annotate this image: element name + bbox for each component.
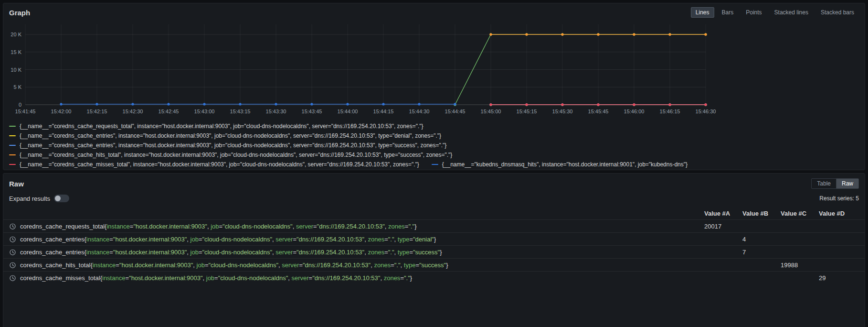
raw-table-row[interactable]: coredns_cache_misses_total{instance="hos… [3,271,865,284]
chart-area: 15:41:4515:42:0015:42:1515:42:3015:42:45… [3,19,865,120]
view-toggle-raw[interactable]: Raw [836,179,858,188]
punctuation: , [187,236,190,243]
series-point [489,33,492,36]
metric-cell: coredns_cache_misses_total{instance="hos… [9,274,704,282]
label-key: server [275,249,293,256]
x-tick-label: 15:42:15 [87,109,107,114]
legend-item[interactable]: {__name__="coredns_cache_misses_total", … [9,160,419,169]
x-tick-label: 15:43:45 [302,109,322,114]
x-tick-label: 15:42:45 [159,109,179,114]
label-value: "host.docker.internal:9003" [133,223,207,230]
raw-panel-title: Raw [9,180,24,188]
punctuation: , [193,262,196,269]
y-tick-label: 0 [19,102,21,108]
legend-item[interactable]: {__name__="coredns_cache_entries", insta… [9,131,441,141]
column-header-value-c: Value #C [781,210,819,217]
x-tick-label: 15:44:30 [409,109,430,114]
label-value: "dns://169.254.20.10:53" [303,262,370,269]
punctuation: } [414,223,416,230]
mode-button-stacked-bars[interactable]: Stacked bars [816,7,859,18]
metric-expression: coredns_cache_requests_total{instance="h… [20,223,417,230]
label-key: instance [106,223,129,230]
punctuation: , [380,274,383,282]
history-icon[interactable] [9,223,16,230]
label-key: instance [86,249,109,256]
raw-table-row[interactable]: coredns_cache_entries{instance="host.doc… [3,232,865,245]
metric-expression: coredns_cache_entries{instance="host.doc… [20,236,436,243]
legend-series-marker [9,145,16,146]
value-cell-b: 4 [742,236,781,243]
raw-table-row[interactable]: coredns_cache_entries{instance="host.doc… [3,245,865,258]
series-point [95,103,98,105]
x-tick-label: 15:44:15 [373,109,394,114]
expand-results: Expand results [9,195,69,202]
raw-view-toggle: TableRaw [811,178,859,189]
punctuation: } [440,249,442,256]
history-icon[interactable] [9,236,16,243]
mode-button-bars[interactable]: Bars [717,7,739,18]
series-point [310,103,313,105]
label-value: "cloud-dns-nodelocaldns" [222,223,293,230]
legend-item[interactable]: {__name__="coredns_cache_hits_total", in… [9,150,452,160]
x-tick-label: 15:43:00 [194,109,215,114]
y-tick-label: 15 K [11,49,21,55]
legend-item[interactable]: {__name__="kubedns_dnsmasq_hits", instan… [432,160,688,169]
mode-button-points[interactable]: Points [741,7,766,18]
punctuation: } [446,262,448,269]
legend-series-marker [9,164,16,165]
graph-panel-title: Graph [9,9,30,17]
metric-cell: coredns_cache_entries{instance="host.doc… [9,236,704,243]
raw-table-row[interactable]: coredns_cache_requests_total{instance="h… [3,219,865,232]
label-key: type [398,236,410,243]
expand-results-toggle[interactable] [54,195,69,202]
x-tick-label: 15:45:30 [552,109,573,114]
raw-table: Value #AValue #BValue #CValue #Dcoredns_… [3,207,865,284]
label-value: "." [408,223,414,230]
punctuation: = [109,249,113,256]
value-cell-c: 19988 [781,262,819,269]
punctuation: = [125,274,129,282]
punctuation: , [394,236,398,243]
legend-item[interactable]: {__name__="coredns_cache_requests_total"… [9,121,423,131]
graph-canvas[interactable]: 15:41:4515:42:0015:42:1515:42:3015:42:45… [6,20,862,118]
mode-button-stacked-lines[interactable]: Stacked lines [770,7,813,18]
label-value: "dns://169.254.20.10:53" [312,274,380,282]
series-point [633,103,635,106]
series-point [382,103,384,105]
punctuation: = [313,223,317,230]
label-value: "cloud-dns-nodelocaldns" [208,262,278,269]
punctuation: , [401,262,404,269]
toggle-knob [55,196,61,201]
label-value: "success" [413,249,440,256]
metric-name: coredns_cache_requests_total [20,223,105,230]
raw-table-header-row: Value #AValue #BValue #CValue #D [3,207,865,219]
mode-button-lines[interactable]: Lines [691,7,714,18]
metric-name: coredns_cache_misses_total [20,274,100,282]
history-icon[interactable] [9,249,16,256]
series-point [167,103,169,105]
metric-cell: coredns_cache_entries{instance="host.doc… [9,249,704,256]
label-value: "dns://169.254.20.10:53" [296,236,364,243]
punctuation: , [187,249,190,256]
series-point [561,103,563,106]
series-point [704,103,707,106]
column-header-value-d: Value #D [819,210,857,217]
legend-series-label: {__name__="coredns_cache_entries", insta… [20,132,441,139]
history-icon[interactable] [9,274,16,282]
series-point [525,33,528,36]
view-toggle-table[interactable]: Table [812,179,836,188]
label-key: instance [102,274,125,282]
value-cell-a: 20017 [704,223,742,230]
raw-panel: Raw TableRaw Expand results Result serie… [3,173,865,327]
label-key: type [404,262,416,269]
metric-name: coredns_cache_entries [20,236,84,243]
history-icon[interactable] [9,262,16,269]
series-point [131,103,134,105]
x-tick-label: 15:43:30 [266,109,286,114]
punctuation: , [394,249,398,256]
series-point [203,103,205,105]
series-point [561,33,563,36]
legend-item[interactable]: {__name__="coredns_cache_entries", insta… [9,141,446,150]
punctuation: = [391,262,394,269]
raw-table-row[interactable]: coredns_cache_hits_total{instance="host.… [3,258,865,271]
